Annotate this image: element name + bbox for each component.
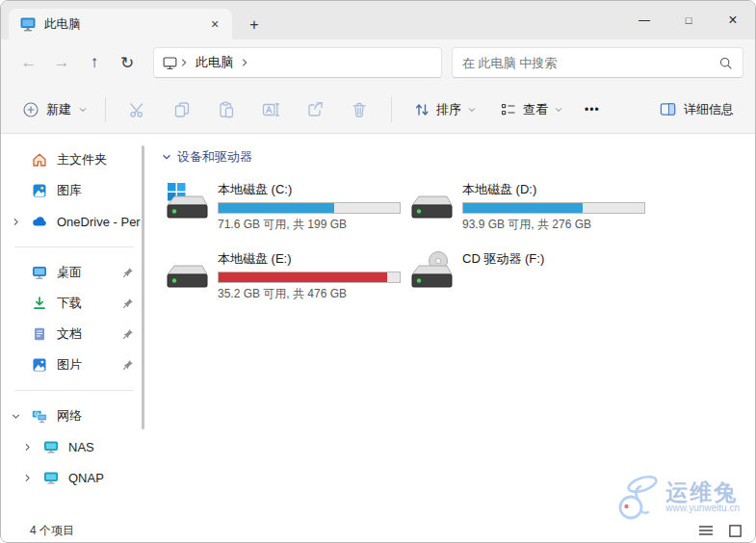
section-devices-and-drives[interactable]: 设备和驱动器: [161, 148, 755, 166]
drive-capacity-bar: [218, 202, 401, 214]
sidebar-divider: [14, 390, 134, 391]
forward-button[interactable]: →: [45, 46, 78, 79]
sort-button-label: 排序: [436, 101, 461, 118]
address-bar[interactable]: 此电脑: [153, 47, 442, 78]
sort-icon: [413, 101, 430, 118]
breadcrumb-chevron-icon: [178, 57, 190, 68]
sidebar-item-label: 主文件夹: [57, 151, 147, 168]
new-button[interactable]: 新建: [14, 95, 95, 124]
chevron-down-icon: [467, 105, 477, 115]
window-controls: — □ ×: [622, 1, 755, 39]
drive-capacity-caption: 93.9 GB 可用, 共 276 GB: [462, 217, 645, 233]
details-pane-button[interactable]: 详细信息: [651, 94, 742, 124]
sidebar-scrollbar[interactable]: [142, 145, 144, 429]
drive-tile-c[interactable]: 本地磁盘 (C:) 71.6 GB 可用, 共 199 GB: [165, 180, 405, 233]
large-icons-view-icon: [728, 524, 743, 538]
close-button[interactable]: ×: [711, 1, 755, 39]
share-button[interactable]: [297, 92, 333, 127]
drive-name: 本地磁盘 (D:): [462, 181, 645, 198]
sidebar-item-network[interactable]: 网络: [1, 401, 147, 431]
pin-icon: [122, 267, 134, 278]
sidebar-item-documents[interactable]: 文档: [1, 319, 147, 349]
drive-name: CD 驱动器 (F:): [462, 250, 544, 268]
sidebar-item-home[interactable]: 主文件夹: [1, 144, 147, 175]
statusbar-view-toggles: [697, 523, 743, 538]
toolbar-separator: [105, 97, 106, 122]
sidebar-item-gallery[interactable]: 图库: [1, 175, 147, 206]
section-title: 设备和驱动器: [177, 148, 252, 166]
large-icons-view-button[interactable]: [726, 523, 743, 538]
navigation-bar: ← → ↑ ↻ 此电脑: [1, 39, 755, 86]
sidebar-item-label: QNAP: [68, 471, 147, 485]
delete-button[interactable]: [341, 92, 378, 127]
chevron-right-icon[interactable]: [22, 442, 33, 452]
sidebar-item-nas[interactable]: NAS: [1, 431, 147, 462]
sidebar: 主文件夹 图库 OneDrive - Per 桌面: [1, 135, 147, 519]
sidebar-item-pictures[interactable]: 图片: [1, 349, 147, 380]
drive-tile-f[interactable]: CD 驱动器 (F:): [409, 249, 650, 302]
sidebar-item-label: 图片: [57, 356, 122, 374]
cd-drive-icon: [409, 249, 454, 292]
up-button[interactable]: ↑: [78, 46, 111, 79]
toolbar-separator: [391, 97, 392, 122]
chevron-right-icon[interactable]: [11, 217, 21, 227]
drive-grid: 本地磁盘 (C:) 71.6 GB 可用, 共 199 GB 本地磁盘 (D:): [165, 180, 755, 302]
documents-icon: [32, 326, 47, 342]
view-button-label: 查看: [523, 101, 548, 118]
drive-tile-d[interactable]: 本地磁盘 (D:) 93.9 GB 可用, 共 276 GB: [409, 180, 650, 233]
minimize-button[interactable]: —: [622, 1, 666, 39]
chevron-down-icon: [78, 105, 88, 115]
drive-capacity-bar: [218, 272, 401, 283]
cut-button[interactable]: [119, 92, 156, 127]
drive-name: 本地磁盘 (C:): [218, 181, 401, 198]
drive-capacity-caption: 71.6 GB 可用, 共 199 GB: [218, 217, 401, 233]
content-area: 设备和驱动器 本地磁盘 (C:) 71.6 GB 可用, 共 199 GB: [147, 135, 755, 519]
tab-title: 此电脑: [44, 16, 203, 33]
tab-this-pc[interactable]: 此电脑 ×: [9, 9, 232, 39]
drive-led: [172, 209, 176, 213]
drive-capacity-fill: [463, 203, 583, 213]
network-icon: [32, 408, 47, 424]
pin-icon: [122, 328, 134, 340]
view-icon: [500, 101, 517, 118]
sidebar-item-label: 下载: [57, 295, 122, 312]
breadcrumb-chevron-icon[interactable]: [239, 57, 250, 68]
more-options-button[interactable]: •••: [575, 97, 610, 122]
drive-tile-e[interactable]: 本地磁盘 (E:) 35.2 GB 可用, 共 476 GB: [165, 249, 405, 302]
details-pane-label: 详细信息: [684, 101, 734, 118]
trash-icon: [350, 100, 369, 119]
back-button[interactable]: ←: [13, 46, 45, 79]
new-tab-button[interactable]: +: [242, 13, 267, 38]
plus-circle-icon: [22, 101, 39, 118]
search-input[interactable]: [462, 56, 718, 70]
maximize-button[interactable]: □: [666, 1, 711, 39]
section-collapse-icon[interactable]: [161, 151, 172, 163]
paste-button[interactable]: [208, 92, 245, 127]
sidebar-item-downloads[interactable]: 下载: [1, 288, 147, 319]
pin-icon: [122, 359, 134, 371]
paste-icon: [217, 100, 236, 119]
chevron-right-icon[interactable]: [22, 473, 33, 483]
breadcrumb-this-pc[interactable]: 此电脑: [196, 54, 233, 71]
refresh-button[interactable]: ↻: [111, 46, 143, 79]
sidebar-item-desktop[interactable]: 桌面: [1, 257, 147, 288]
drive-capacity-bar: [462, 202, 645, 214]
rename-button[interactable]: [252, 92, 289, 127]
clipboard-group: [116, 92, 381, 127]
sidebar-item-qnap[interactable]: QNAP: [1, 462, 147, 493]
copy-button[interactable]: [164, 92, 200, 127]
sort-button[interactable]: 排序: [405, 95, 484, 124]
this-pc-tab-icon: [20, 16, 36, 32]
local-drive-icon: [409, 180, 454, 222]
search-icon[interactable]: [718, 56, 733, 70]
sidebar-item-onedrive[interactable]: OneDrive - Per: [1, 206, 147, 237]
chevron-down-icon[interactable]: [11, 411, 21, 422]
details-pane-icon: [659, 100, 677, 118]
drive-name: 本地磁盘 (E:): [218, 250, 401, 268]
list-view-button[interactable]: [697, 523, 715, 538]
gallery-icon: [32, 183, 47, 198]
view-button[interactable]: 查看: [492, 95, 571, 124]
downloads-icon: [32, 296, 47, 311]
drive-capacity-fill: [219, 272, 387, 282]
tab-close-button[interactable]: ×: [203, 13, 226, 36]
